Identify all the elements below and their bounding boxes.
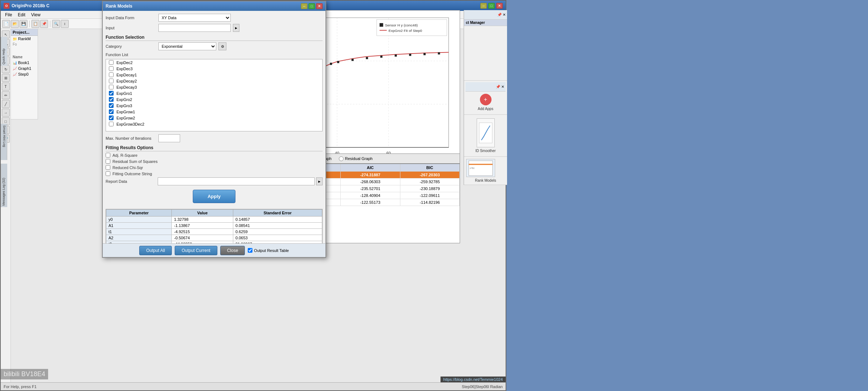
lt-line[interactable]: ╱ (2, 100, 10, 108)
menu-file[interactable]: File (2, 12, 15, 17)
output-all-button[interactable]: Output All (139, 246, 172, 255)
residual-ss-check[interactable] (106, 159, 110, 164)
value-col-header: Value (172, 210, 233, 216)
tb-paste[interactable]: 📌 (40, 20, 48, 28)
book1-label: Book1 (18, 60, 29, 65)
dialog-min-btn[interactable]: ─ (301, 3, 307, 9)
adj-rsquare-row: Adj. R-Square (106, 153, 323, 157)
lt-draw[interactable]: ✏ (2, 91, 10, 99)
smart-hint-label: Smart Hint Log (1, 124, 7, 160)
lt-rotate[interactable]: ↻ (2, 65, 10, 73)
param-y0: y0 (106, 216, 172, 223)
lt-arrow[interactable]: → (2, 109, 10, 117)
func-expgro2-check[interactable] (109, 97, 114, 102)
func-expdec2-check[interactable] (109, 60, 114, 65)
category-settings-btn[interactable]: ⚙ (218, 42, 226, 50)
tb-open[interactable]: 📂 (11, 20, 19, 28)
menu-edit[interactable]: Edit (15, 12, 28, 17)
rp-pin-btn[interactable]: 📌 (497, 13, 502, 17)
param-row-y0: y0 1.32798 0.14857 (106, 216, 322, 223)
status-coord: Step06]Step06l Radian (462, 384, 503, 389)
step06-item[interactable]: 📈 Step0 (11, 71, 38, 77)
func-expgrow3dec2-check[interactable] (109, 122, 114, 126)
book1-item[interactable]: 📊 Book1 (11, 60, 38, 66)
cell-aic-1: -274.31887 (341, 172, 400, 178)
cell-aic-5: -122.55173 (341, 199, 400, 206)
svg-rect-39 (409, 54, 411, 56)
func-expdecay1-label: ExpDecay1 (116, 73, 137, 77)
report-data-input[interactable]: [<input>]<new> (158, 177, 315, 185)
menu-view[interactable]: View (28, 12, 43, 17)
id-smoother-section: ID Smoother (464, 115, 507, 157)
input-label: Input (106, 26, 156, 30)
func-expgrow2-check[interactable] (109, 115, 114, 120)
url-bar: https://blog.csdn.net/Temmie1024 (441, 377, 506, 382)
apply-button[interactable]: Apply (193, 190, 235, 203)
func-expdecay3-check[interactable] (109, 85, 114, 89)
rp-close-btn[interactable]: ✕ (503, 13, 506, 17)
max-iter-input[interactable]: 100 (158, 134, 180, 142)
residual-graph-radio[interactable]: Residual Graph (339, 156, 373, 161)
function-selection-header: Function Selection (106, 35, 323, 41)
reduced-chisqr-check[interactable] (106, 165, 110, 170)
rank-item[interactable]: 📁 RankM (11, 36, 38, 42)
fitting-outcome-check[interactable] (106, 171, 110, 176)
right-spacer (464, 26, 507, 80)
name-header: Name (11, 54, 38, 60)
input-field[interactable]: [Step06]Step06l(A^"Sensor H (158, 24, 231, 32)
func-expgrow3dec2: ExpGrow3Dec2 (106, 121, 322, 127)
func-expgrow2: ExpGrow2 (106, 115, 322, 121)
dialog-title: Rank Models (106, 4, 132, 9)
func-expgro1-check[interactable] (109, 91, 114, 96)
func-expdecay1-check[interactable] (109, 72, 114, 77)
func-expdecay2-label: ExpDecay2 (116, 79, 137, 83)
lt-text[interactable]: T (2, 83, 10, 91)
close-btn[interactable]: ✕ (496, 3, 503, 9)
dialog-titlebar: Rank Models ─ □ ✕ (103, 1, 326, 11)
stderr-t1: 0.6259 (233, 229, 322, 235)
apps-close-btn[interactable]: ✕ (501, 85, 504, 89)
folder-fo[interactable]: Fo (11, 42, 38, 47)
func-expdec2: ExpDec2 (106, 59, 322, 66)
func-expdecay2-check[interactable] (109, 79, 114, 83)
tb-zoom[interactable]: 🔍 (52, 20, 60, 28)
category-row: Category Exponential ⚙ (106, 42, 323, 50)
adj-rsquare-label: Adj. R-Square (112, 153, 185, 157)
status-help: For Help, press F1 (4, 384, 37, 389)
adj-rsquare-check[interactable] (106, 153, 110, 157)
output-result-table-check[interactable] (248, 248, 252, 253)
apps-section: 📌 ✕ + Add Apps (464, 80, 507, 115)
app-icon: O (4, 3, 9, 9)
output-result-table-check-label[interactable]: Output Result Table (248, 248, 289, 253)
minimize-btn[interactable]: ─ (480, 3, 487, 9)
cell-aic-2: -268.06303 (341, 178, 400, 185)
dialog-max-btn[interactable]: □ (309, 3, 315, 9)
tb-copy[interactable]: 📋 (31, 20, 39, 28)
value-t1: -4.92515 (172, 229, 233, 235)
close-button[interactable]: Close (220, 246, 245, 255)
lt-grid[interactable]: ⊞ (2, 74, 10, 82)
stderr-y0: 0.14857 (233, 216, 322, 223)
func-expgrow1: ExpGrow1 (106, 109, 322, 115)
input-data-form-select[interactable]: XY Data (158, 14, 231, 22)
output-current-button[interactable]: Output Current (175, 246, 217, 255)
cell-aic-3: -235.52701 (341, 185, 400, 192)
rank-models-thumbnail[interactable]: y=f(x) Rank Models (464, 157, 507, 185)
maximize-btn[interactable]: □ (488, 3, 495, 9)
tb-arrow[interactable]: ↕ (61, 20, 69, 28)
func-expgrow1-check[interactable] (109, 109, 114, 114)
cell-bic-4: -122.09611 (400, 192, 460, 199)
dialog-close-btn[interactable]: ✕ (316, 3, 323, 9)
graph1-item[interactable]: 📈 Graph1 (11, 66, 38, 71)
func-expgro3-check[interactable] (109, 103, 114, 108)
tb-save[interactable]: 💾 (20, 20, 27, 28)
add-apps-label: Add Apps (478, 107, 493, 111)
input-arrow-btn[interactable]: ▶ (233, 24, 239, 32)
add-apps-btn[interactable]: + Add Apps (465, 92, 506, 113)
svg-text:y=f(x): y=f(x) (470, 167, 475, 169)
folder-icon: 📁 (13, 37, 17, 41)
report-data-arrow[interactable]: ▶ (316, 177, 323, 185)
category-select[interactable]: Exponential (158, 42, 216, 50)
tb-new[interactable]: 📄 (2, 20, 10, 28)
func-expdec3-check[interactable] (109, 66, 114, 71)
